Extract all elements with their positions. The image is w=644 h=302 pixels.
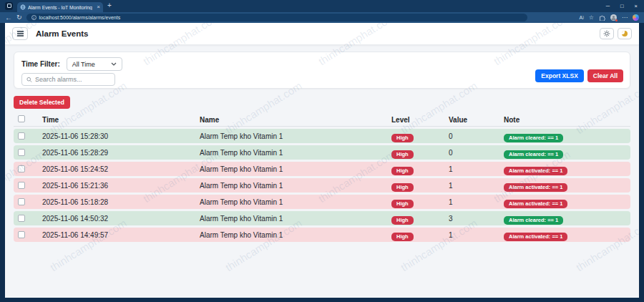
search-input[interactable] (35, 76, 110, 83)
refresh-button[interactable]: ↻ (16, 14, 22, 21)
row-checkbox[interactable] (18, 198, 25, 205)
level-badge: High (391, 200, 414, 209)
table-header-row: Time Name Level Value Note (14, 113, 630, 127)
row-checkbox[interactable] (18, 165, 25, 172)
row-checkbox[interactable] (18, 182, 25, 189)
column-header-name: Name (200, 116, 391, 124)
tab-close-icon[interactable]: × (97, 4, 100, 10)
alarm-value: 1 (449, 165, 504, 173)
row-checkbox[interactable] (18, 132, 25, 140)
alarm-table: Time Name Level Value Note 2025-11-06 15… (14, 113, 630, 242)
menu-button[interactable] (12, 27, 28, 40)
level-badge: High (391, 183, 414, 193)
note-badge: Alarm activated: == 1 (504, 167, 567, 176)
app-header: Alarm Events (5, 23, 639, 45)
search-box (21, 73, 115, 86)
hamburger-icon (17, 33, 24, 34)
alarm-name: Alarm Temp kho Vitamin 1 (200, 182, 391, 190)
delete-selected-button[interactable]: Delete Selected (14, 96, 70, 109)
browser-menu-icon[interactable]: ⋯ (622, 14, 628, 21)
time-filter-value: All Time (72, 61, 95, 68)
alarm-name: Alarm Temp kho Vitamin 1 (200, 165, 391, 173)
row-checkbox[interactable] (18, 149, 25, 156)
row-checkbox[interactable] (18, 231, 25, 238)
tab-favicon-icon (20, 4, 26, 10)
column-header-value: Value (449, 116, 504, 124)
note-badge: Alarm cleared: == 1 (504, 216, 563, 225)
table-row: 2025-11-06 15:28:29Alarm Temp kho Vitami… (14, 145, 630, 160)
alarm-name: Alarm Temp kho Vitamin 1 (200, 132, 391, 140)
read-aloud-icon[interactable]: A) (579, 15, 583, 20)
time-filter-select[interactable]: All Time (67, 57, 122, 71)
level-badge: High (391, 167, 414, 176)
settings-button[interactable] (600, 28, 614, 39)
copilot-icon[interactable] (633, 14, 639, 21)
table-row: 2025-11-06 15:24:52Alarm Temp kho Vitami… (14, 162, 630, 176)
note-badge: Alarm activated: == 1 (504, 183, 567, 193)
level-badge: High (391, 150, 414, 160)
alarm-time: 2025-11-06 14:49:57 (42, 231, 200, 239)
alarm-value: 1 (449, 182, 504, 190)
close-button[interactable]: × (635, 3, 638, 9)
page: Alarm Events Time Filter: All Time Expor… (5, 23, 639, 298)
maximize-button[interactable]: □ (620, 3, 624, 9)
note-badge: Alarm activated: == 1 (504, 233, 567, 242)
note-badge: Alarm activated: == 1 (504, 200, 567, 209)
page-title: Alarm Events (36, 29, 89, 38)
column-header-note: Note (504, 116, 630, 124)
notification-dot (615, 19, 618, 22)
table-row: 2025-11-06 14:49:57Alarm Temp kho Vitami… (14, 228, 630, 242)
level-badge: High (391, 216, 414, 225)
alarm-value: 0 (449, 149, 504, 157)
column-header-level: Level (391, 116, 449, 124)
alarm-time: 2025-11-06 15:28:29 (42, 149, 200, 157)
alarm-time: 2025-11-06 15:18:28 (42, 198, 200, 206)
moon-icon (622, 31, 628, 36)
back-button[interactable]: ← (5, 14, 12, 21)
site-info-icon[interactable]: i (31, 15, 36, 20)
column-header-time: Time (42, 116, 200, 124)
alarm-time: 2025-11-06 14:50:32 (42, 215, 200, 223)
select-all-checkbox[interactable] (18, 115, 25, 122)
alarm-time: 2025-11-06 15:24:52 (42, 165, 200, 173)
chevron-down-icon (111, 62, 117, 66)
alarm-name: Alarm Temp kho Vitamin 1 (200, 231, 391, 239)
alarm-value: 0 (449, 132, 504, 140)
browser-titlebar: Alarm Events - IoT Monitoring × + ─ □ × (0, 0, 644, 12)
note-badge: Alarm cleared: == 1 (504, 134, 563, 143)
table-row: 2025-11-06 15:28:30Alarm Temp kho Vitami… (14, 129, 630, 143)
browser-tab[interactable]: Alarm Events - IoT Monitoring × (17, 2, 103, 12)
alarm-time: 2025-11-06 15:21:36 (42, 182, 200, 190)
time-filter-label: Time Filter: (21, 60, 60, 68)
level-badge: High (391, 134, 414, 143)
search-icon (26, 77, 32, 83)
alarm-time: 2025-11-06 15:28:30 (42, 132, 200, 140)
clear-all-button[interactable]: Clear All (587, 69, 623, 82)
note-badge: Alarm cleared: == 1 (504, 150, 563, 160)
alarm-name: Alarm Temp kho Vitamin 1 (200, 215, 391, 223)
alarm-value: 1 (449, 231, 504, 239)
row-checkbox[interactable] (18, 215, 25, 222)
favorites-star-icon[interactable]: ☆ (589, 14, 594, 21)
filter-card: Time Filter: All Time Export XLSX Clear … (14, 52, 630, 89)
level-badge: High (391, 233, 414, 242)
table-row: 2025-11-06 14:50:32Alarm Temp kho Vitami… (14, 211, 630, 225)
alarm-name: Alarm Temp kho Vitamin 1 (200, 198, 391, 206)
profile-avatar[interactable] (610, 14, 617, 21)
alarm-name: Alarm Temp kho Vitamin 1 (200, 149, 391, 157)
url-bar[interactable]: i localhost:5000/alarms/alarms/events (26, 14, 527, 21)
table-row: 2025-11-06 15:21:36Alarm Temp kho Vitami… (14, 178, 630, 193)
minimize-button[interactable]: ─ (606, 3, 610, 9)
workspaces-icon[interactable] (5, 2, 13, 10)
extensions-puzzle-icon[interactable] (599, 14, 605, 21)
alarm-value: 3 (449, 215, 504, 223)
gear-icon (603, 30, 610, 37)
url-text: localhost:5000/alarms/alarms/events (39, 15, 121, 20)
tab-title: Alarm Events - IoT Monitoring (28, 5, 94, 10)
alarm-value: 1 (449, 198, 504, 206)
new-tab-button[interactable]: + (107, 1, 112, 9)
browser-navbar: ← ↻ i localhost:5000/alarms/alarms/event… (0, 12, 644, 23)
export-xlsx-button[interactable]: Export XLSX (535, 69, 583, 82)
theme-toggle-button[interactable] (618, 28, 632, 39)
table-row: 2025-11-06 15:18:28Alarm Temp kho Vitami… (14, 195, 630, 209)
